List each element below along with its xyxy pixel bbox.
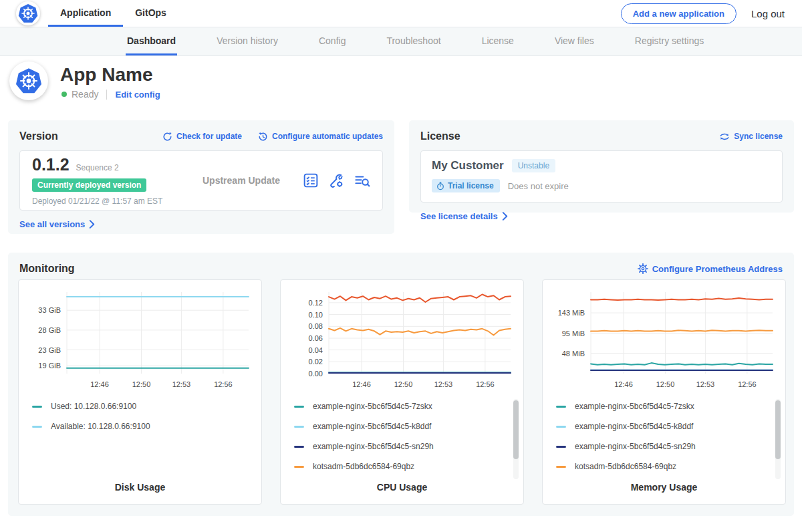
legend-dash-icon: [294, 446, 304, 448]
divider: [106, 90, 107, 100]
svg-text:95 MiB: 95 MiB: [562, 329, 585, 338]
svg-text:12:46: 12:46: [614, 380, 633, 388]
legend-scrollbar-thumb[interactable]: [513, 400, 519, 459]
sync-license-link[interactable]: Sync license: [719, 132, 783, 142]
app-status-row: Ready Edit config: [61, 89, 160, 100]
tab-registry-settings-label: Registry settings: [635, 35, 704, 46]
see-all-versions-link[interactable]: See all versions: [19, 219, 95, 229]
sync-icon: [719, 132, 730, 142]
current-version-box: 0.1.2 Sequence 2 Currently deployed vers…: [19, 150, 383, 211]
gear-icon: [638, 263, 648, 274]
legend-scrollbar-thumb[interactable]: [775, 400, 781, 459]
legend-item: example-nginx-5bc6f5d4c5-k8ddf: [294, 422, 506, 431]
svg-text:12:50: 12:50: [132, 380, 151, 388]
configure-prometheus-label: Configure Prometheus Address: [652, 264, 783, 274]
legend-label: example-nginx-5bc6f5d4c5-7zskx: [575, 402, 694, 411]
svg-text:0.04: 0.04: [309, 346, 323, 354]
disk-usage-chart-card: 33 GiB28 GiB23 GiB19 GiB12:4612:5012:531…: [18, 279, 262, 505]
legend-label: example-nginx-5bc6f5d4c5-k8ddf: [575, 422, 693, 431]
svg-text:12:56: 12:56: [738, 380, 757, 388]
memory-usage-title: Memory Usage: [543, 482, 785, 493]
top-nav-tabs: Application GitOps: [48, 0, 178, 27]
top-tab-application[interactable]: Application: [48, 0, 123, 27]
check-for-update-link[interactable]: Check for update: [162, 132, 242, 142]
version-card: Version Check for update Configure autom…: [8, 120, 394, 234]
svg-text:23 GiB: 23 GiB: [38, 346, 61, 354]
kubernetes-logo-icon: [18, 3, 38, 23]
stopwatch-icon: [436, 182, 444, 190]
legend-dash-icon: [32, 426, 42, 428]
tab-dashboard-label: Dashboard: [127, 35, 176, 46]
tab-version-history[interactable]: Version history: [215, 27, 279, 55]
svg-text:0.08: 0.08: [309, 322, 323, 330]
svg-text:19 GiB: 19 GiB: [38, 362, 61, 370]
legend-item: kotsadm-5db6dc6584-69qbz: [556, 462, 768, 471]
svg-text:0.10: 0.10: [309, 311, 323, 319]
legend-dash-icon: [294, 466, 304, 468]
deployed-badge: Currently deployed version: [32, 178, 146, 192]
svg-text:33 GiB: 33 GiB: [38, 306, 61, 314]
license-card: License Sync license My Customer Unstabl…: [409, 120, 794, 213]
legend-item: example-nginx-5bc6f5d4c5-sn29h: [294, 442, 506, 451]
edit-config-link[interactable]: Edit config: [115, 90, 160, 100]
memory-usage-legend: example-nginx-5bc6f5d4c5-7zskxexample-ng…: [556, 402, 768, 482]
status-dot-icon: [61, 92, 67, 97]
tab-license[interactable]: License: [481, 27, 515, 55]
legend-label: Used: 10.128.0.66:9100: [51, 402, 136, 411]
tab-version-history-label: Version history: [217, 35, 278, 46]
legend-dash-icon: [556, 406, 566, 408]
legend-dash-icon: [294, 406, 304, 408]
trial-license-badge: Trial license: [432, 179, 500, 192]
legend-label: example-nginx-5bc6f5d4c5-7zskx: [313, 402, 432, 411]
svg-text:12:50: 12:50: [656, 380, 675, 388]
tab-dashboard[interactable]: Dashboard: [126, 27, 177, 55]
page-title: App Name: [60, 64, 152, 86]
configure-auto-updates-link[interactable]: Configure automatic updates: [258, 132, 383, 142]
tab-registry-settings[interactable]: Registry settings: [634, 27, 705, 55]
customer-name: My Customer: [432, 159, 504, 172]
svg-text:143 MiB: 143 MiB: [558, 309, 585, 317]
legend-dash-icon: [294, 426, 304, 428]
legend-item: Used: 10.128.0.66:9100: [32, 402, 244, 411]
legend-label: kotsadm-5db6dc6584-69qbz: [575, 462, 676, 471]
tab-view-files[interactable]: View files: [553, 27, 595, 55]
sync-license-label: Sync license: [734, 132, 783, 141]
legend-dash-icon: [556, 466, 566, 468]
disk-usage-chart: 33 GiB28 GiB23 GiB19 GiB12:4612:5012:531…: [24, 285, 255, 392]
config-wrench-icon[interactable]: [329, 173, 344, 188]
preflight-checklist-icon[interactable]: [303, 173, 318, 188]
svg-text:12:53: 12:53: [172, 380, 191, 388]
legend-dash-icon: [556, 426, 566, 428]
monitoring-title: Monitoring: [19, 263, 75, 275]
legend-item: example-nginx-5bc6f5d4c5-sn29h: [556, 442, 768, 451]
disk-usage-legend: Used: 10.128.0.66:9100Available: 10.128.…: [32, 402, 244, 442]
svg-text:12:53: 12:53: [696, 380, 715, 388]
legend-label: example-nginx-5bc6f5d4c5-sn29h: [313, 442, 434, 451]
add-application-button[interactable]: Add a new application: [621, 3, 737, 24]
license-box: My Customer Unstable Trial license Does …: [420, 150, 783, 203]
auto-update-clock-icon: [258, 132, 268, 142]
license-expiry: Does not expire: [508, 181, 569, 191]
svg-text:12:46: 12:46: [90, 380, 109, 388]
svg-text:0.06: 0.06: [309, 334, 323, 342]
configure-prometheus-link[interactable]: Configure Prometheus Address: [638, 263, 783, 274]
tab-config[interactable]: Config: [317, 27, 347, 55]
logout-button[interactable]: Log out: [751, 8, 785, 19]
see-license-details-label: See license details: [420, 211, 498, 221]
deployed-timestamp: Deployed 01/21/22 @ 11:57 am EST: [32, 196, 203, 206]
see-license-details-link[interactable]: See license details: [420, 211, 508, 221]
svg-text:0.00: 0.00: [309, 370, 323, 378]
svg-text:12:46: 12:46: [352, 380, 371, 388]
legend-dash-icon: [556, 446, 566, 448]
svg-text:48 MiB: 48 MiB: [562, 350, 585, 358]
see-all-versions-label: See all versions: [19, 219, 85, 229]
monitoring-card: Monitoring Configure Prometheus Address …: [8, 253, 794, 516]
svg-text:12:50: 12:50: [394, 380, 413, 388]
tab-troubleshoot[interactable]: Troubleshoot: [385, 27, 442, 55]
legend-item: example-nginx-5bc6f5d4c5-7zskx: [294, 402, 506, 411]
deploy-logs-icon[interactable]: [354, 173, 370, 188]
top-tab-gitops[interactable]: GitOps: [123, 0, 178, 27]
legend-label: Available: 10.128.0.66:9100: [51, 422, 150, 431]
legend-scrollbar-track: [513, 399, 519, 479]
legend-item: example-nginx-5bc6f5d4c5-7zskx: [556, 402, 768, 411]
